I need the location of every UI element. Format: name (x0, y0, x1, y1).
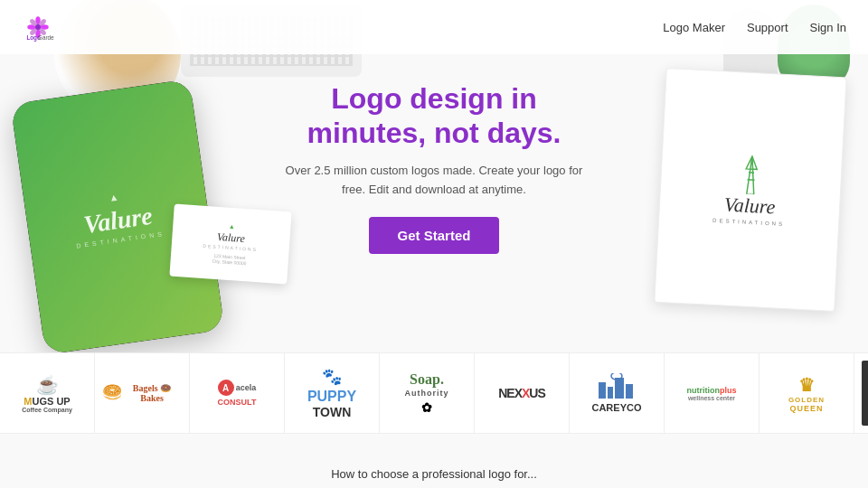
acela-consult: CONSULT (218, 398, 257, 407)
notebook-mockup: Valure DESTINATIONS (654, 68, 846, 312)
bagels-icon: 🥯 (102, 382, 122, 402)
logo-item-nutrition[interactable]: nutritionplus wellness center (665, 353, 760, 433)
logo-item-acela[interactable]: A acela CONSULT (190, 353, 285, 433)
puppy-icon: 🐾 (322, 367, 342, 387)
queen-text: QUEEN (789, 404, 823, 413)
town-text: TOWN (313, 405, 352, 419)
mugsup-sub: Coffee Company (22, 407, 72, 413)
notebook-logo-text: Valure (723, 193, 776, 220)
svg-text:Garden: Garden (38, 34, 54, 41)
logo-item-nexxus[interactable]: NEXXUS (475, 353, 570, 433)
nav-support[interactable]: Support (747, 21, 788, 34)
nutrition-name: nutritionplus (686, 386, 736, 395)
logo-link[interactable]: Logo Garden (22, 11, 54, 43)
svg-rect-15 (599, 382, 606, 399)
mugsup-name: MUGS UP (24, 396, 70, 407)
nexxus-logo: NEXXUS (482, 361, 561, 426)
logo-item-careyco[interactable]: CAREYCO (570, 353, 665, 433)
soap-text: Soap. (410, 371, 444, 388)
soap-flower-icon: ✿ (421, 400, 432, 415)
careyco-icon (594, 373, 639, 402)
nav-sign-in[interactable]: Sign In (810, 21, 846, 34)
logo-item-soap-authority[interactable]: Soap. Authority ✿ (380, 353, 475, 433)
navbar: Logo Garden Logo Maker Support Sign In (0, 0, 868, 54)
golden-crown-icon: ♛ (798, 374, 815, 396)
acela-name: acela (236, 383, 257, 392)
careyco-name: CAREYCO (591, 402, 641, 413)
svg-rect-16 (608, 387, 613, 399)
svg-rect-18 (626, 384, 633, 399)
nav-logo-maker[interactable]: Logo Maker (663, 21, 725, 34)
bagels-logo: 🥯 Bagels 🍩 Bakes (102, 361, 182, 426)
get-started-button[interactable]: Get Started (369, 217, 500, 254)
mugsup-mug-icon: ☕ (36, 374, 59, 396)
puppy-text: PUPPY (307, 389, 356, 405)
hero-subtitle: Over 2.5 million custom logos made. Crea… (280, 162, 588, 200)
hero-title: Logo design in minutes, not days. (280, 81, 588, 151)
logo-item-puppy-town[interactable]: 🐾 PUPPY TOWN (285, 353, 380, 433)
logo-item-mugs-up[interactable]: ☕ MUGS UP Coffee Company (0, 353, 95, 433)
phone-tower-icon: ▲ (108, 191, 121, 203)
notebook-tower-icon (736, 154, 767, 195)
logo-garden-icon: Logo Garden (22, 11, 54, 43)
business-card: ▲ Valure DESTINATIONS 123 Main StreetCit… (169, 204, 291, 285)
acela-circle-icon: A (218, 380, 234, 396)
authority-text: Authority (405, 389, 449, 398)
bottom-text: How to choose a professional logo for... (0, 467, 868, 481)
hero-content: Logo design in minutes, not days. Over 2… (280, 81, 588, 254)
golden-text: GOLDEN (788, 396, 825, 404)
logo-strip: ☕ MUGS UP Coffee Company 🥯 Bagels 🍩 Bake… (0, 352, 868, 434)
nav-links: Logo Maker Support Sign In (663, 21, 846, 34)
logo-item-spartan[interactable]: ⚔ SPARTAN FITNESS (854, 353, 868, 433)
bc-address: 123 Main StreetCity, State 00000 (202, 252, 257, 267)
logo-item-golden-queen[interactable]: ♛ GOLDEN QUEEN (760, 353, 854, 433)
svg-rect-17 (615, 378, 624, 399)
bagels-name: Bagels 🍩 Bakes (122, 383, 182, 403)
logo-item-bagels[interactable]: 🥯 Bagels 🍩 Bakes (95, 353, 190, 433)
wellness-text: wellness center (688, 395, 735, 401)
